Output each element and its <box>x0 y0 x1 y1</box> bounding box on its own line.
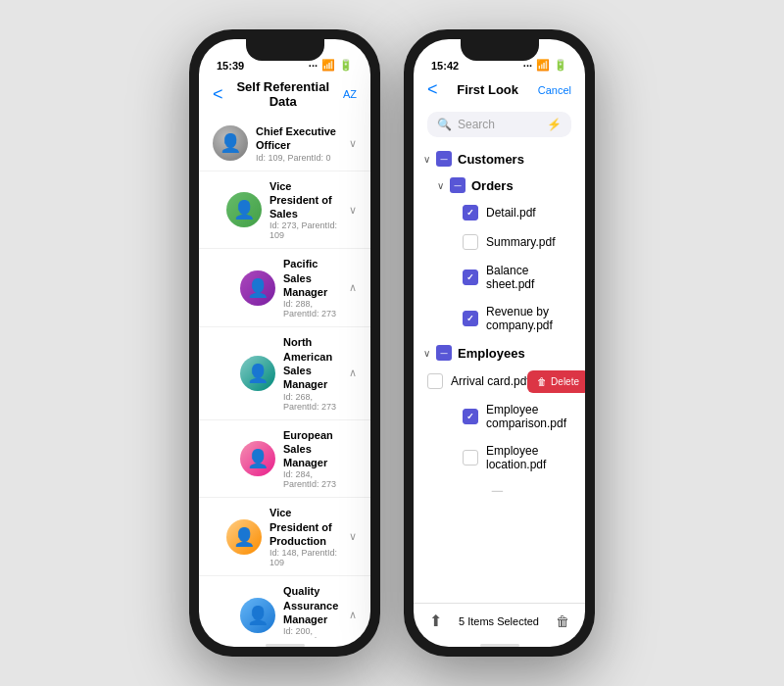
tree-item-text-2: Pacific Sales Manager Id: 288, ParentId:… <box>283 257 341 318</box>
tree-item-text-4: European Sales Manager Id: 284, ParentId… <box>283 428 349 490</box>
chevron-5[interactable]: ∨ <box>349 530 357 543</box>
file-emp-location[interactable]: Employee location.pdf <box>414 437 585 478</box>
avatar-3: 👤 <box>240 356 275 391</box>
tree-item-name-4: European Sales Manager <box>283 428 349 470</box>
left-phone: 15:39 ··· 📶 🔋 < Self Referential Data AZ… <box>189 29 380 657</box>
wifi-icon: 📶 <box>321 59 335 72</box>
tree-item-id-3: Id: 268, ParentId: 273 <box>283 392 341 412</box>
avatar-2: 👤 <box>240 270 275 306</box>
checkbox-emp-comparison[interactable] <box>463 409 478 424</box>
employees-partial-icon[interactable]: ─ <box>436 345 452 361</box>
bottom-bar: ⬆ 5 Items Selected 🗑 <box>414 603 585 638</box>
avatar-0: 👤 <box>213 125 248 161</box>
tree-item-id-0: Id: 109, ParentId: 0 <box>256 153 341 163</box>
tree-item-text-3: North American Sales Manager Id: 268, Pa… <box>283 335 341 411</box>
checkbox-summary[interactable] <box>463 234 478 250</box>
checkbox-detail[interactable] <box>463 205 478 220</box>
employees-chevron[interactable]: ∨ <box>423 348 430 359</box>
chevron-3[interactable]: ∧ <box>349 367 357 379</box>
tree-list: 👤 Chief Executive Officer Id: 109, Paren… <box>199 117 370 638</box>
filter-icon[interactable]: ⚡ <box>547 118 562 131</box>
file-name-balance: Balance sheet.pdf <box>486 264 575 291</box>
time-right: 15:42 <box>431 60 459 72</box>
notch <box>246 39 324 61</box>
file-name-revenue: Revenue by company.pdf <box>486 305 575 332</box>
home-indicator-right <box>480 644 519 647</box>
tree-item-id-1: Id: 273, ParentId: 109 <box>270 220 341 240</box>
signal-dots: ··· <box>309 60 318 72</box>
section-employees[interactable]: ∨ ─ Employees <box>414 339 585 367</box>
checkbox-balance[interactable] <box>463 270 478 285</box>
right-phone: 15:42 ··· 📶 🔋 < First Look Cancel 🔍 Sear… <box>404 29 595 657</box>
nav-bar-right: < First Look Cancel <box>414 75 585 108</box>
avatar-6: 👤 <box>240 598 275 633</box>
file-name-emp-location: Employee location.pdf <box>486 444 575 471</box>
tree-item-text-1: Vice President of Sales Id: 273, ParentI… <box>270 179 341 241</box>
file-list: ∨ ─ Customers ∨ ─ Orders Detail.pdf Summ… <box>414 145 585 603</box>
orders-partial-icon[interactable]: ─ <box>450 177 466 193</box>
file-name-detail: Detail.pdf <box>486 206 575 220</box>
nav-bar-left: < Self Referential Data AZ <box>199 75 370 117</box>
home-indicator-left <box>266 644 305 647</box>
tree-item-id-2: Id: 288, ParentId: 273 <box>283 299 341 318</box>
file-name-emp-comparison: Employee comparison.pdf <box>486 403 575 430</box>
trash-icon: 🗑 <box>537 376 547 387</box>
search-placeholder[interactable]: Search <box>458 118 541 131</box>
share-button[interactable]: ⬆ <box>429 612 442 630</box>
delete-label: Delete <box>551 376 579 387</box>
battery-icon: 🔋 <box>339 59 353 72</box>
file-revenue-pdf[interactable]: Revenue by company.pdf <box>414 298 585 339</box>
customers-partial-icon[interactable]: ─ <box>436 151 452 167</box>
tree-item-name-1: Vice President of Sales <box>270 179 341 221</box>
file-summary-pdf[interactable]: Summary.pdf <box>414 227 585 257</box>
back-button-right[interactable]: < <box>427 79 438 100</box>
checkbox-revenue[interactable] <box>463 311 478 326</box>
file-arrival-pdf[interactable]: Arrival card.pdf 🗑 Delete <box>414 367 585 396</box>
time-left: 15:39 <box>217 60 244 72</box>
file-emp-comparison[interactable]: Employee comparison.pdf <box>414 396 585 437</box>
tree-item-name-2: Pacific Sales Manager <box>283 257 341 299</box>
employees-label: Employees <box>458 346 525 361</box>
delete-button[interactable]: 🗑 Delete <box>527 370 585 393</box>
tree-item-text-6: Quality Assurance Manager Id: 200, Paren… <box>283 584 341 638</box>
tree-item-3[interactable]: 👤 North American Sales Manager Id: 268, … <box>199 327 370 419</box>
tree-item-1[interactable]: 👤 Vice President of Sales Id: 273, Paren… <box>199 172 370 250</box>
right-phone-screen: 15:42 ··· 📶 🔋 < First Look Cancel 🔍 Sear… <box>414 39 585 647</box>
notch-right <box>461 39 539 61</box>
customers-label: Customers <box>458 152 524 167</box>
tree-item-id-6: Id: 200, ParentId: 148 <box>283 626 341 638</box>
tree-item-6[interactable]: 👤 Quality Assurance Manager Id: 200, Par… <box>199 576 370 638</box>
chevron-6[interactable]: ∧ <box>349 609 357 621</box>
file-name-summary: Summary.pdf <box>486 235 575 249</box>
tree-item-text-5: Vice President of Production Id: 148, Pa… <box>270 506 341 567</box>
chevron-0[interactable]: ∨ <box>349 137 357 150</box>
battery-icon-right: 🔋 <box>554 59 567 72</box>
status-icons-right: ··· 📶 🔋 <box>523 59 567 72</box>
file-detail-pdf[interactable]: Detail.pdf <box>414 198 585 227</box>
chevron-2[interactable]: ∧ <box>349 281 357 294</box>
section-orders[interactable]: ∨ ─ Orders <box>414 172 585 198</box>
chevron-1[interactable]: ∨ <box>349 204 357 217</box>
delete-all-button[interactable]: 🗑 <box>556 613 569 629</box>
tree-item-name-3: North American Sales Manager <box>283 335 341 391</box>
back-button-left[interactable]: < <box>213 84 223 105</box>
tree-item-4[interactable]: 👤 European Sales Manager Id: 284, Parent… <box>199 420 370 499</box>
tree-item-2[interactable]: 👤 Pacific Sales Manager Id: 288, ParentI… <box>199 249 370 327</box>
customers-chevron[interactable]: ∨ <box>423 154 430 165</box>
tree-item-text-0: Chief Executive Officer Id: 109, ParentI… <box>256 124 341 163</box>
checkbox-arrival[interactable] <box>427 373 443 389</box>
tree-item-name-0: Chief Executive Officer <box>256 124 341 153</box>
orders-chevron[interactable]: ∨ <box>437 180 444 191</box>
avatar-5: 👤 <box>226 519 262 555</box>
checkbox-emp-location[interactable] <box>463 450 478 466</box>
tree-item-name-6: Quality Assurance Manager <box>283 584 341 626</box>
cancel-button[interactable]: Cancel <box>538 84 571 96</box>
search-icon: 🔍 <box>437 118 452 131</box>
file-balance-pdf[interactable]: Balance sheet.pdf <box>414 257 585 298</box>
tree-item-0[interactable]: 👤 Chief Executive Officer Id: 109, Paren… <box>199 117 370 172</box>
tree-item-name-5: Vice President of Production <box>270 506 341 548</box>
tree-item-5[interactable]: 👤 Vice President of Production Id: 148, … <box>199 498 370 576</box>
section-customers[interactable]: ∨ ─ Customers <box>414 145 585 172</box>
sort-button-left[interactable]: AZ <box>343 88 357 100</box>
search-bar[interactable]: 🔍 Search ⚡ <box>427 112 571 137</box>
